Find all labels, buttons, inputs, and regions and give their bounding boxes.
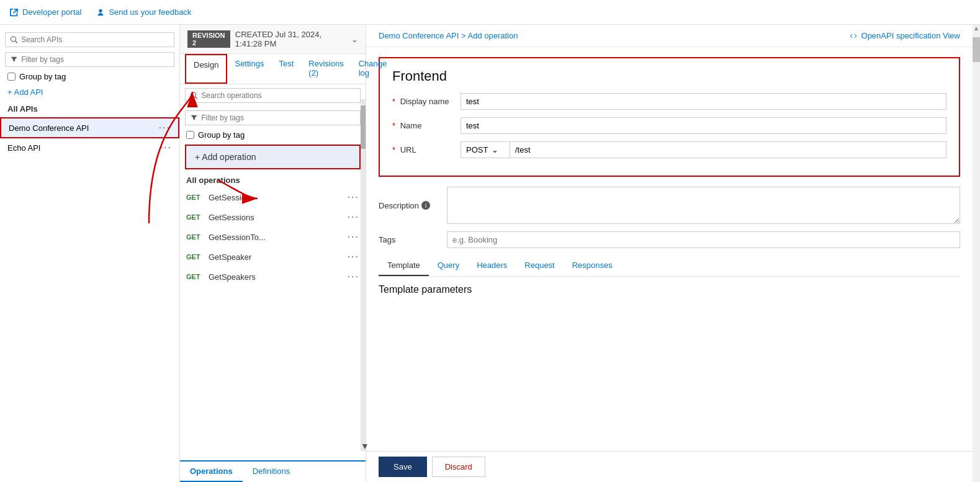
sub-tab-request[interactable]: Request [516,256,563,276]
ops-filter-input[interactable] [201,114,355,122]
tags-label: Tags [379,235,447,244]
revision-bar: REVISION 2 CREATED Jul 31, 2024, 1:41:28… [180,25,366,54]
developer-portal-link[interactable]: Developer portal [10,7,81,17]
sidebar-search-box[interactable] [5,32,174,47]
op-method: GET [186,194,204,201]
ops-group-tag-row: Group by tag [180,129,366,141]
op-item-getsessions[interactable]: GET GetSessions ··· [180,207,366,227]
description-label: Description i [379,201,447,210]
sub-tab-template[interactable]: Template [379,256,429,276]
tab-revisions[interactable]: Revisions (2) [301,54,351,84]
all-apis-label: All APIs [0,100,179,117]
scroll-down-arrow[interactable]: ▼ [361,441,366,451]
external-link-icon [10,8,19,17]
api-item-more-button[interactable]: ··· [160,142,172,153]
method-select[interactable]: POST ⌄ [461,141,510,158]
op-more-button[interactable]: ··· [348,251,359,262]
add-api-button[interactable]: + Add API [0,84,179,100]
display-name-row: * Display name [392,93,946,110]
search-icon [11,36,17,43]
breadcrumb-separator: > [461,31,468,40]
breadcrumb: Demo Conference API > Add operation [379,31,518,40]
group-by-tag-checkbox[interactable] [7,73,16,81]
openapi-link[interactable]: OpenAPI specification View [849,31,960,40]
center-scrollbar-track[interactable]: ▼ [361,99,366,451]
url-input-row: POST ⌄ [461,141,946,158]
tags-input[interactable] [447,231,960,248]
method-value: POST [466,145,488,154]
feedback-link[interactable]: Send us your feedback [96,7,191,17]
url-text: URL [400,145,416,154]
tab-design[interactable]: Design [185,54,227,84]
op-item-getspeakers[interactable]: GET GetSpeakers ··· [180,267,366,287]
action-bar: Save Discard [366,451,973,482]
op-name: GetSessions [209,213,254,222]
op-more-button[interactable]: ··· [348,231,359,243]
revision-badge: REVISION 2 [187,30,230,48]
breadcrumb-api-link[interactable]: Demo Conference API [379,31,459,40]
display-name-input[interactable] [461,93,946,110]
frontend-title: Frontend [392,68,946,84]
add-operation-button[interactable]: + Add operation [185,145,361,169]
description-info-icon: i [421,201,430,210]
tab-settings[interactable]: Settings [227,54,271,84]
revision-date: CREATED Jul 31, 2024, 1:41:28 PM [235,30,346,48]
api-item-more-button[interactable]: ··· [159,122,171,133]
sub-tab-headers[interactable]: Headers [468,256,516,276]
code-icon [849,32,858,40]
op-more-button[interactable]: ··· [348,212,359,223]
name-input[interactable] [461,117,946,134]
person-icon [96,8,105,17]
ops-filter-box[interactable] [185,110,361,125]
op-more-button[interactable]: ··· [348,271,359,282]
sub-tab-query[interactable]: Query [429,256,468,276]
api-item-name: Demo Conference API [9,123,89,133]
add-api-label: + Add API [7,87,43,97]
required-star: * [392,121,395,130]
op-item-getsession[interactable]: GET GetSession ··· [180,187,366,207]
name-text: Name [400,121,422,130]
op-method: GET [186,273,204,280]
search-operations-input[interactable] [201,91,355,100]
api-item-demo-conference[interactable]: Demo Conference API ··· [0,117,179,138]
ops-search-box[interactable] [185,88,361,103]
ops-group-tag-label: Group by tag [198,130,245,140]
ops-search-icon [191,92,197,99]
tab-test[interactable]: Test [271,54,301,84]
description-textarea[interactable] [447,187,960,224]
developer-portal-label: Developer portal [22,7,81,17]
ops-group-tag-checkbox[interactable] [186,131,194,139]
name-label: * Name [392,121,461,130]
center-panel: REVISION 2 CREATED Jul 31, 2024, 1:41:28… [180,25,366,482]
template-params-title: Template parameters [379,284,960,295]
group-by-tag-row: Group by tag [0,69,179,84]
sub-tabs-bar: Template Query Headers Request Responses [379,256,960,277]
right-scrollbar[interactable]: ▲ [973,25,980,482]
search-apis-input[interactable] [21,35,169,44]
openapi-label: OpenAPI specification View [861,31,960,40]
save-button[interactable]: Save [379,457,427,477]
discard-button[interactable]: Discard [432,457,485,477]
op-more-button[interactable]: ··· [348,192,359,203]
filter-by-tags-input[interactable] [21,55,169,64]
required-star: * [392,145,395,154]
op-item-getspeaker[interactable]: GET GetSpeaker ··· [180,247,366,267]
api-item-echo[interactable]: Echo API ··· [0,138,179,157]
bottom-tab-operations[interactable]: Operations [180,462,243,482]
display-name-label: * Display name [392,97,461,106]
op-item-getsessionto[interactable]: GET GetSessionTo... ··· [180,227,366,247]
all-operations-label: All operations [180,173,366,187]
center-tabs-bar: Design Settings Test Revisions (2) Chang… [180,54,366,84]
bottom-tab-definitions[interactable]: Definitions [243,462,300,482]
right-content: Demo Conference API > Add operation Open… [366,25,973,482]
tab-changelog[interactable]: Change log [351,54,395,84]
op-name: GetSession [209,193,250,202]
sidebar-filter-box[interactable] [5,52,174,67]
breadcrumb-page: Add operation [467,31,518,40]
sub-tab-responses[interactable]: Responses [564,256,621,276]
url-path-input[interactable] [510,141,946,158]
ops-filter-icon [191,114,197,122]
group-by-tag-label: Group by tag [19,72,66,81]
op-method: GET [186,233,204,241]
revision-chevron-icon[interactable]: ⌄ [351,35,358,44]
